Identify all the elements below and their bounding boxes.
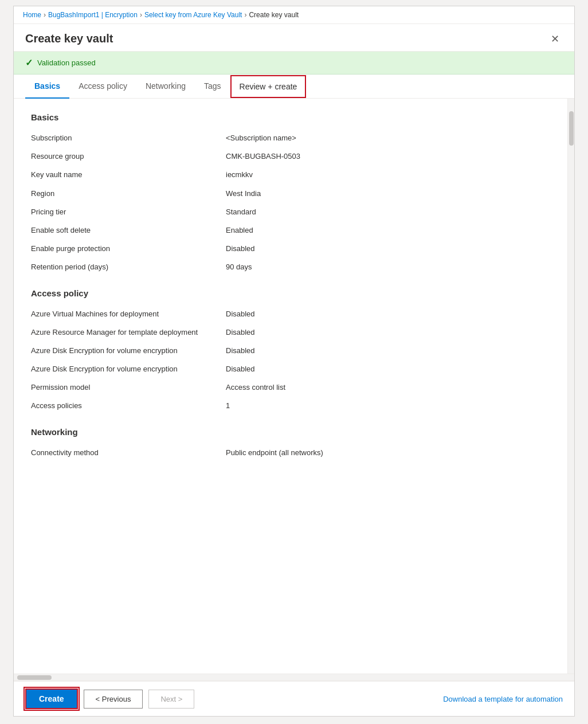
label-pricing-tier: Pricing tier [31, 207, 226, 217]
tab-tags[interactable]: Tags [195, 75, 230, 99]
content-wrapper: Basics Subscription <Subscription name> … [14, 99, 574, 674]
row-key-vault-name: Key vault name iecmkkv [31, 166, 550, 184]
label-subscription: Subscription [31, 133, 226, 143]
panel-title: Create key vault [25, 32, 113, 45]
label-purge-protection: Enable purge protection [31, 244, 226, 254]
value-purge-protection: Disabled [226, 244, 255, 254]
horizontal-scrollbar-thumb[interactable] [17, 675, 52, 680]
value-permission-model: Access control list [226, 382, 285, 393]
value-access-policies: 1 [226, 401, 230, 411]
next-button: Next > [148, 690, 194, 709]
row-purge-protection: Enable purge protection Disabled [31, 240, 550, 258]
value-soft-delete: Enabled [226, 225, 253, 236]
row-connectivity-method: Connectivity method Public endpoint (all… [31, 444, 550, 462]
label-permission-model: Permission model [31, 382, 226, 393]
tab-bar: Basics Access policy Networking Tags Rev… [14, 75, 574, 99]
download-template-link[interactable]: Download a template for automation [443, 695, 563, 703]
breadcrumb-home[interactable]: Home [23, 11, 41, 19]
value-disk-encryption-2: Disabled [226, 364, 255, 374]
tab-basics[interactable]: Basics [25, 75, 69, 99]
tab-networking[interactable]: Networking [136, 75, 195, 99]
row-resource-group: Resource group CMK-BUGBASH-0503 [31, 147, 550, 166]
tab-access-policy[interactable]: Access policy [69, 75, 136, 99]
section-networking-title: Networking [31, 427, 550, 437]
label-region: Region [31, 189, 226, 199]
row-arm-template: Azure Resource Manager for template depl… [31, 323, 550, 342]
close-button[interactable]: ✕ [547, 33, 563, 45]
value-azure-vm: Disabled [226, 309, 255, 319]
value-arm-template: Disabled [226, 327, 255, 338]
breadcrumb-sep-3: › [244, 11, 246, 19]
row-retention-period: Retention period (days) 90 days [31, 258, 550, 276]
value-connectivity-method: Public endpoint (all networks) [226, 448, 323, 458]
value-subscription: <Subscription name> [226, 133, 296, 143]
scrollbar-thumb[interactable] [569, 111, 574, 146]
breadcrumb-sep-1: › [44, 11, 46, 19]
horizontal-scrollbar[interactable] [14, 674, 574, 680]
section-basics-title: Basics [31, 112, 550, 122]
row-region: Region West India [31, 185, 550, 203]
label-azure-vm: Azure Virtual Machines for deployment [31, 309, 226, 319]
label-key-vault-name: Key vault name [31, 170, 226, 180]
create-key-vault-panel: Home › BugBashImport1 | Encryption › Sel… [13, 6, 575, 717]
label-retention-period: Retention period (days) [31, 262, 226, 272]
validation-banner: ✓ Validation passed [14, 52, 574, 75]
label-arm-template: Azure Resource Manager for template depl… [31, 327, 226, 338]
panel-header: Create key vault ✕ [14, 24, 574, 52]
tab-review-create[interactable]: Review + create [230, 75, 307, 98]
row-disk-encryption-1: Azure Disk Encryption for volume encrypt… [31, 342, 550, 360]
row-soft-delete: Enable soft delete Enabled [31, 221, 550, 240]
checkmark-icon: ✓ [25, 57, 33, 68]
breadcrumb-sep-2: › [140, 11, 142, 19]
label-access-policies: Access policies [31, 401, 226, 411]
basics-rows: Subscription <Subscription name> Resourc… [31, 129, 550, 277]
label-resource-group: Resource group [31, 151, 226, 162]
networking-rows: Connectivity method Public endpoint (all… [31, 444, 550, 462]
breadcrumb-encryption[interactable]: BugBashImport1 | Encryption [48, 11, 138, 19]
value-pricing-tier: Standard [226, 207, 256, 217]
row-permission-model: Permission model Access control list [31, 378, 550, 397]
vertical-scrollbar[interactable] [567, 99, 574, 674]
row-disk-encryption-2: Azure Disk Encryption for volume encrypt… [31, 360, 550, 378]
label-disk-encryption-2: Azure Disk Encryption for volume encrypt… [31, 364, 226, 374]
previous-button[interactable]: < Previous [84, 690, 143, 709]
label-connectivity-method: Connectivity method [31, 448, 226, 458]
label-disk-encryption-1: Azure Disk Encryption for volume encrypt… [31, 346, 226, 356]
row-pricing-tier: Pricing tier Standard [31, 203, 550, 221]
value-key-vault-name: iecmkkv [226, 170, 253, 180]
label-soft-delete: Enable soft delete [31, 225, 226, 236]
breadcrumb-current: Create key vault [249, 11, 299, 19]
breadcrumb: Home › BugBashImport1 | Encryption › Sel… [14, 6, 574, 24]
footer: Create < Previous Next > Download a temp… [14, 680, 574, 716]
value-disk-encryption-1: Disabled [226, 346, 255, 356]
section-access-policy-title: Access policy [31, 288, 550, 298]
row-access-policies: Access policies 1 [31, 397, 550, 415]
create-button[interactable]: Create [25, 688, 78, 709]
validation-message: Validation passed [37, 58, 96, 67]
row-subscription: Subscription <Subscription name> [31, 129, 550, 147]
row-azure-vm: Azure Virtual Machines for deployment Di… [31, 305, 550, 323]
breadcrumb-select-key[interactable]: Select key from Azure Key Vault [144, 11, 242, 19]
value-resource-group: CMK-BUGBASH-0503 [226, 151, 300, 162]
value-retention-period: 90 days [226, 262, 252, 272]
main-content: Basics Subscription <Subscription name> … [14, 99, 567, 674]
access-policy-rows: Azure Virtual Machines for deployment Di… [31, 305, 550, 416]
value-region: West India [226, 189, 261, 199]
